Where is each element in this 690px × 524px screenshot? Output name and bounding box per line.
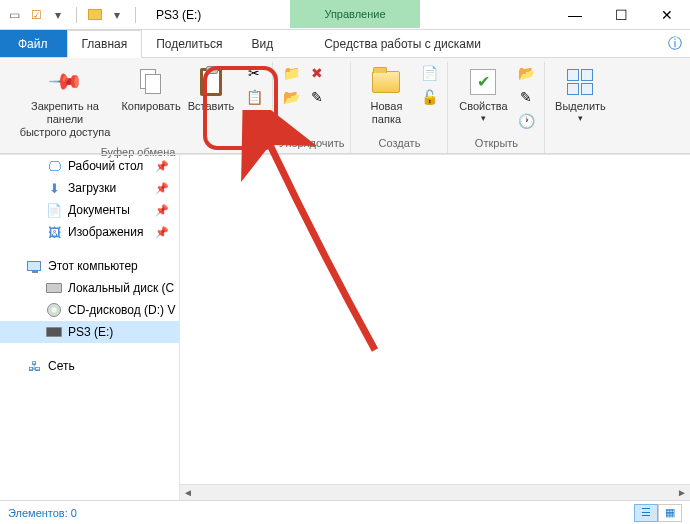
group-open: ✔ Свойства ▾ 📂 ✎ 🕐 Открыть <box>448 62 545 153</box>
pin-icon[interactable]: 📌 <box>155 226 169 239</box>
tab-view[interactable]: Вид <box>237 30 288 57</box>
content-area: 🖵 Рабочий стол 📌 ⬇ Загрузки 📌 📄 Документ… <box>0 154 690 500</box>
group-create: Новая папка 📄 🔓 Создать <box>351 62 448 153</box>
help-button[interactable]: ⓘ <box>660 30 690 57</box>
clipboard-small-buttons: ✂ 📋 🔗 <box>242 62 266 132</box>
nav-this-pc[interactable]: Этот компьютер <box>0 255 179 277</box>
network-icon: 🖧 <box>26 358 42 374</box>
close-button[interactable]: ✕ <box>644 0 690 30</box>
tab-drive-tools[interactable]: Средства работы с дисками <box>310 30 496 57</box>
cut-icon[interactable]: ✂ <box>242 62 266 84</box>
nav-ps3-drive[interactable]: PS3 (E:) <box>0 321 179 343</box>
open-icon[interactable]: 📂 <box>514 62 538 84</box>
file-list-pane[interactable]: ◄ ► <box>180 155 690 500</box>
edit-icon[interactable]: ✎ <box>514 86 538 108</box>
select-button[interactable]: Выделить ▾ <box>551 62 609 128</box>
new-qat-icon[interactable]: ☑ <box>28 7 44 23</box>
nav-desktop[interactable]: 🖵 Рабочий стол 📌 <box>0 155 179 177</box>
desktop-icon: 🖵 <box>46 158 62 174</box>
ribbon: 📌 Закрепить на панели быстрого доступа К… <box>0 58 690 154</box>
scroll-left-icon[interactable]: ◄ <box>180 487 196 498</box>
tab-home[interactable]: Главная <box>67 30 143 58</box>
horizontal-scrollbar[interactable]: ◄ ► <box>180 484 690 500</box>
drive-icon <box>46 280 62 296</box>
paste-shortcut-icon[interactable]: 🔗 <box>242 110 266 132</box>
copy-to-icon[interactable]: 📂 <box>279 86 303 108</box>
pin-label-1: Закрепить на панели <box>12 100 118 126</box>
history-icon[interactable]: 🕐 <box>514 110 538 132</box>
easy-access-icon[interactable]: 🔓 <box>417 86 441 108</box>
move-to-icon[interactable]: 📁 <box>279 62 303 84</box>
group-clipboard: 📌 Закрепить на панели быстрого доступа К… <box>4 62 273 153</box>
properties-qat-icon[interactable]: ▭ <box>6 7 22 23</box>
view-details-button[interactable]: ☰ <box>634 504 658 522</box>
copy-path-icon[interactable]: 📋 <box>242 86 266 108</box>
nav-downloads[interactable]: ⬇ Загрузки 📌 <box>0 177 179 199</box>
new-folder-l2: папка <box>372 113 401 126</box>
group-open-label: Открыть <box>454 135 538 153</box>
properties-label: Свойства <box>459 100 507 113</box>
tab-share[interactable]: Поделиться <box>142 30 237 57</box>
title-dropdown-icon[interactable]: ▾ <box>109 7 125 23</box>
paste-button[interactable]: Вставить <box>182 62 240 117</box>
new-folder-button[interactable]: Новая папка <box>357 62 415 130</box>
new-folder-l1: Новая <box>371 100 403 113</box>
pin-label-2: быстрого доступа <box>20 126 111 139</box>
nav-network[interactable]: 🖧 Сеть <box>0 355 179 377</box>
cd-icon <box>46 302 62 318</box>
rename-icon[interactable]: ✎ <box>305 86 329 108</box>
folder-icon <box>87 7 103 23</box>
drive-icon <box>46 324 62 340</box>
view-icons-button[interactable]: ▦ <box>658 504 682 522</box>
qat-dropdown-icon[interactable]: ▾ <box>50 7 66 23</box>
status-item-count: Элементов: 0 <box>8 507 77 519</box>
paste-label: Вставить <box>188 100 235 113</box>
context-tab-header: Управление <box>290 0 420 28</box>
pin-icon[interactable]: 📌 <box>155 204 169 217</box>
documents-icon: 📄 <box>46 202 62 218</box>
pin-quick-access-button[interactable]: 📌 Закрепить на панели быстрого доступа <box>10 62 120 144</box>
group-select: Выделить ▾ <box>545 62 615 153</box>
ribbon-tabs: Файл Главная Поделиться Вид Средства раб… <box>0 30 690 58</box>
window-title: PS3 (E:) <box>156 8 201 22</box>
group-organize: 📁 📂 ✖ ✎ Упорядочить <box>273 62 351 153</box>
pin-icon[interactable]: 📌 <box>155 182 169 195</box>
nav-cd-drive[interactable]: CD-дисковод (D:) V <box>0 299 179 321</box>
group-organize-label: Упорядочить <box>279 135 344 153</box>
maximize-button[interactable]: ☐ <box>598 0 644 30</box>
pin-icon[interactable]: 📌 <box>155 160 169 173</box>
new-item-icon[interactable]: 📄 <box>417 62 441 84</box>
nav-pictures[interactable]: 🖼 Изображения 📌 <box>0 221 179 243</box>
monitor-icon <box>26 258 42 274</box>
nav-documents[interactable]: 📄 Документы 📌 <box>0 199 179 221</box>
group-create-label: Создать <box>357 135 441 153</box>
status-bar: Элементов: 0 ☰ ▦ <box>0 500 690 524</box>
copy-label: Копировать <box>121 100 180 113</box>
minimize-button[interactable]: ― <box>552 0 598 30</box>
nav-local-disk[interactable]: Локальный диск (C <box>0 277 179 299</box>
pictures-icon: 🖼 <box>46 224 62 240</box>
tab-file[interactable]: Файл <box>0 30 67 57</box>
downloads-icon: ⬇ <box>46 180 62 196</box>
navigation-pane[interactable]: 🖵 Рабочий стол 📌 ⬇ Загрузки 📌 📄 Документ… <box>0 155 180 500</box>
properties-button[interactable]: ✔ Свойства ▾ <box>454 62 512 128</box>
select-label: Выделить <box>555 100 606 113</box>
copy-button[interactable]: Копировать <box>122 62 180 117</box>
delete-icon[interactable]: ✖ <box>305 62 329 84</box>
scroll-right-icon[interactable]: ► <box>674 487 690 498</box>
